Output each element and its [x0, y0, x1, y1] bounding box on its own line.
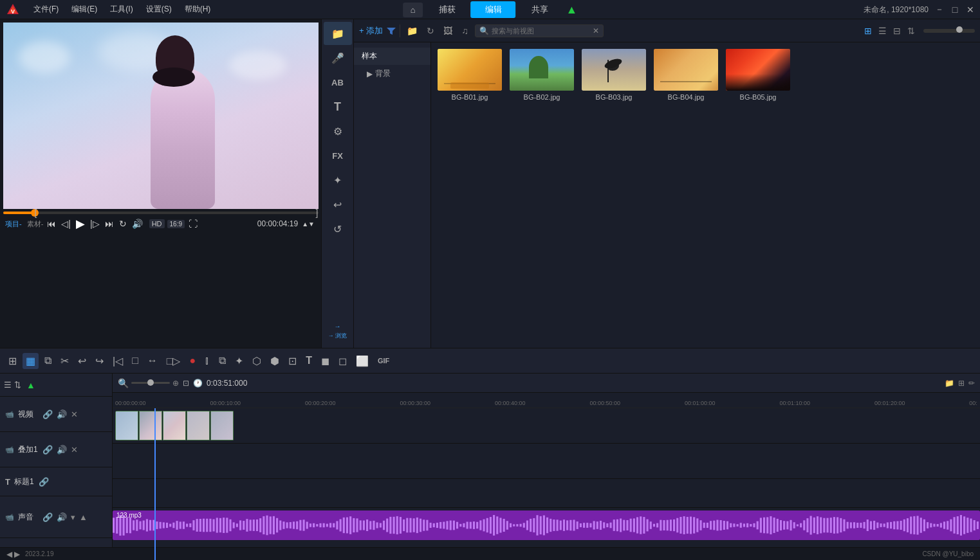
step-back-button[interactable]: ◁|	[60, 219, 72, 229]
minimize-button[interactable]: －	[935, 5, 944, 14]
grid-view-button[interactable]: ⊞	[862, 24, 874, 37]
effect-title-template[interactable]: AB	[324, 71, 352, 94]
tl-btn-overlay2[interactable]: ⧉	[216, 353, 229, 368]
media-item[interactable]: BG-B03.jpg	[582, 49, 646, 101]
next-frame-button[interactable]: ⏭	[104, 219, 115, 229]
menu-settings[interactable]: 设置(S)	[140, 1, 178, 17]
playhead[interactable]	[154, 408, 156, 560]
preview-size-slider[interactable]	[923, 29, 975, 33]
tl-btn-redo[interactable]: ↪	[92, 353, 107, 369]
track-add-icon[interactable]: ▲	[26, 380, 35, 390]
nav-tab-home[interactable]: ⌂	[403, 3, 423, 17]
effect-media[interactable]: 📁	[324, 22, 352, 45]
nav-tab-capture[interactable]: 捕获	[425, 1, 470, 18]
tl-btn-speed2[interactable]: ⬢	[267, 353, 282, 369]
search-clear-icon[interactable]: ✕	[593, 26, 599, 35]
tl-btn-view[interactable]: ⊞	[5, 353, 20, 369]
preview-size-thumb[interactable]	[956, 26, 963, 33]
step-forward-button[interactable]: |▷	[89, 219, 101, 229]
zoom-in-icon[interactable]: ⊕	[172, 379, 179, 388]
browse-button[interactable]: → → 浏览	[328, 323, 347, 340]
effect-audio-track[interactable]: 🎤	[324, 46, 352, 69]
sort-icon[interactable]: ⇅	[905, 24, 917, 37]
image-filter-icon[interactable]: 🖼	[441, 24, 455, 37]
close-button[interactable]: ✕	[966, 5, 975, 14]
media-item[interactable]: BG-B01.jpg	[438, 49, 502, 101]
timeline-edit-icon[interactable]: ✏	[968, 379, 975, 388]
zoom-slider[interactable]	[131, 382, 170, 384]
track-link-icon-audio[interactable]: 🔗	[42, 512, 53, 522]
track-lock-icon-video[interactable]: ✕	[71, 410, 78, 419]
list-view-button[interactable]: ☰	[876, 24, 889, 37]
tl-btn-fx2[interactable]: ✦	[232, 353, 246, 369]
effect-overlay[interactable]: ⚙	[324, 120, 352, 143]
volume-button[interactable]: 🔊	[131, 219, 144, 229]
zoom-out-icon[interactable]: 🔍	[118, 378, 129, 388]
tl-btn-mask[interactable]: ◼	[318, 353, 333, 369]
search-input[interactable]	[492, 27, 590, 35]
nav-right-arrow[interactable]: ▶	[14, 550, 20, 559]
timeline-split-icon[interactable]: ⊞	[958, 379, 965, 388]
loop-button[interactable]: ↻	[118, 219, 128, 229]
track-lock-icon-overlay1[interactable]: ✕	[71, 445, 78, 455]
media-item[interactable]: BG-B05.jpg	[726, 49, 790, 101]
time-arrows[interactable]: ▲▼	[300, 221, 316, 228]
track-sort-icon[interactable]: ⇅	[14, 380, 21, 390]
tl-btn-grid[interactable]: ⊡	[285, 353, 300, 369]
audio-filter-icon[interactable]: ♫	[459, 24, 471, 37]
tl-btn-cut[interactable]: ✂	[57, 353, 72, 369]
tree-item-background[interactable]: ▶ ▶ 背景 背景	[354, 65, 430, 82]
tl-btn-undo[interactable]: ↩	[75, 353, 89, 369]
prev-frame-button[interactable]: ⏮	[46, 219, 57, 229]
tree-item-sample[interactable]: 样本	[354, 48, 430, 65]
tl-btn-color[interactable]: ◻	[335, 353, 350, 369]
detail-view-button[interactable]: ⊟	[891, 24, 903, 37]
effect-fx[interactable]: FX	[324, 144, 352, 167]
menu-tools[interactable]: 工具(I)	[104, 1, 139, 17]
menu-file[interactable]: 文件(F)	[27, 1, 65, 17]
track-mute-audio[interactable]: ▲	[79, 512, 88, 522]
tl-btn-crop[interactable]: ⬜	[353, 353, 372, 369]
effect-text[interactable]: T	[324, 95, 352, 118]
media-item[interactable]: BG-B02.jpg	[510, 49, 574, 101]
track-expand-audio[interactable]: ▾	[71, 512, 75, 522]
track-link-icon-video[interactable]: 🔗	[42, 410, 53, 419]
refresh-icon[interactable]: ↻	[424, 24, 437, 37]
maximize-button[interactable]: □	[950, 5, 959, 14]
tl-btn-stretch[interactable]: ↔	[144, 353, 161, 368]
tl-btn-text2[interactable]: T	[302, 353, 315, 368]
effect-undo[interactable]: ↩	[324, 193, 352, 216]
play-button[interactable]: ▶	[75, 217, 86, 231]
tl-btn-tostart[interactable]: |◁	[109, 353, 126, 369]
nav-tab-edit[interactable]: 编辑	[471, 1, 516, 18]
track-volume-icon-overlay1[interactable]: 🔊	[57, 445, 67, 455]
tl-btn-clip2[interactable]: □	[129, 353, 142, 368]
effect-transition[interactable]: ✦	[324, 168, 352, 192]
track-volume-icon-audio[interactable]: 🔊	[57, 512, 67, 522]
menu-edit[interactable]: 编辑(E)	[65, 1, 104, 17]
filter-icon[interactable]	[387, 26, 396, 35]
track-link-icon-overlay1[interactable]: 🔗	[42, 445, 53, 455]
menu-help[interactable]: 帮助(H)	[178, 1, 217, 17]
tl-btn-audio-adj[interactable]: ⫿	[201, 353, 213, 368]
media-item[interactable]: BG-B04.jpg	[654, 49, 718, 101]
track-link-icon-title1[interactable]: 🔗	[39, 477, 49, 487]
video-clip-group[interactable]	[115, 411, 234, 440]
tl-btn-copy[interactable]: ⧉	[41, 353, 55, 368]
tl-btn-speed[interactable]: ⬡	[249, 353, 264, 369]
track-volume-icon-video[interactable]: 🔊	[57, 410, 67, 419]
tl-btn-gif[interactable]: GIF	[374, 355, 393, 366]
fullscreen-button[interactable]: ⛶	[187, 219, 199, 229]
clock-icon[interactable]: 🕐	[193, 379, 203, 388]
add-media-button[interactable]: + 添加	[359, 25, 383, 37]
track-list-icon[interactable]: ☰	[4, 380, 12, 390]
zoom-slider-thumb[interactable]	[147, 379, 154, 386]
effect-redo[interactable]: ↺	[324, 217, 352, 240]
nav-left-arrow[interactable]: ◀	[6, 550, 12, 559]
tl-btn-clip[interactable]: ▦	[23, 353, 39, 369]
audio-clip-sound[interactable]: 123.mp3	[113, 510, 980, 540]
nav-tab-share[interactable]: 共享	[517, 1, 562, 18]
timeline-folder-icon[interactable]: 📁	[945, 379, 954, 388]
tl-btn-record[interactable]: ●	[187, 353, 199, 368]
preview-progress-bar[interactable]: ] [	[3, 212, 319, 214]
